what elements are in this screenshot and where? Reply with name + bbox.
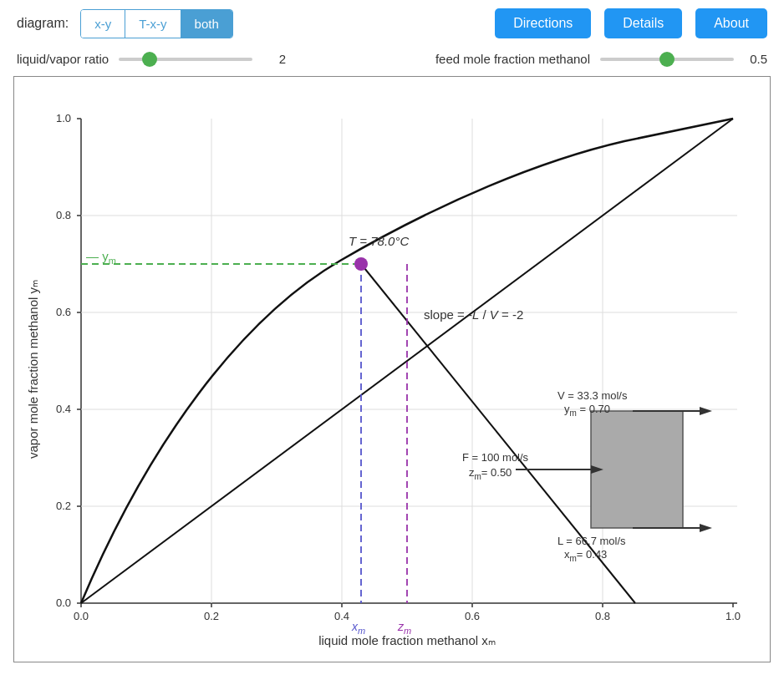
ym-axis-label: — ym <box>86 249 116 266</box>
main-chart: vapor mole fraction methanol yₘ liquid m… <box>23 85 775 653</box>
sliders-row: liquid/vapor ratio 2 feed mole fraction … <box>0 47 784 73</box>
lv-ratio-slider[interactable] <box>119 58 252 61</box>
temperature-annotation: T = 78.0°C <box>349 234 409 248</box>
xtick-02: 0.2 <box>204 610 219 622</box>
about-button[interactable]: About <box>695 8 767 38</box>
lv-ratio-label: liquid/vapor ratio <box>17 52 109 66</box>
f-label: F = 100 mol/s <box>462 451 529 464</box>
details-button[interactable]: Details <box>604 8 682 38</box>
ytick-06: 0.6 <box>56 306 71 318</box>
drum-box <box>591 411 683 528</box>
slope-annotation: slope = -L / V = -2 <box>424 307 523 322</box>
ytick-02: 0.2 <box>56 500 71 512</box>
tab-both[interactable]: both <box>181 10 232 38</box>
v-arrow-head <box>700 407 712 415</box>
ytick-10: 1.0 <box>56 112 71 124</box>
xtick-0: 0.0 <box>74 610 89 622</box>
tab-xy[interactable]: x-y <box>81 10 125 38</box>
directions-button[interactable]: Directions <box>495 8 591 38</box>
xtick-08: 0.8 <box>595 610 610 622</box>
ytick-04: 0.4 <box>56 403 71 415</box>
ytick-08: 0.8 <box>56 209 71 221</box>
xtick-06: 0.6 <box>465 610 480 622</box>
xtick-10: 1.0 <box>725 610 741 622</box>
zm-box-label: zm= 0.50 <box>469 466 512 481</box>
lv-ratio-value: 2 <box>262 52 286 66</box>
l-label: L = 66.7 mol/s <box>557 535 626 547</box>
header: diagram: x-y T-x-y both Directions Detai… <box>0 0 784 47</box>
feed-mole-value: 0.5 <box>744 52 767 66</box>
ytick-0: 0.0 <box>56 596 71 609</box>
feed-mole-label: feed mole fraction methanol <box>435 52 590 66</box>
v-label: V = 33.3 mol/s <box>557 389 628 402</box>
chart-container: vapor mole fraction methanol yₘ liquid m… <box>13 76 771 662</box>
feed-mole-slider[interactable] <box>600 58 734 61</box>
tab-txy[interactable]: T-x-y <box>125 10 180 38</box>
l-arrow-head <box>700 524 712 532</box>
xtick-04: 0.4 <box>334 610 349 622</box>
y-axis-label: vapor mole fraction methanol yₘ <box>26 280 40 459</box>
tab-group: x-y T-x-y both <box>80 9 233 38</box>
operating-point <box>354 257 368 271</box>
diagram-label: diagram: <box>17 16 69 31</box>
